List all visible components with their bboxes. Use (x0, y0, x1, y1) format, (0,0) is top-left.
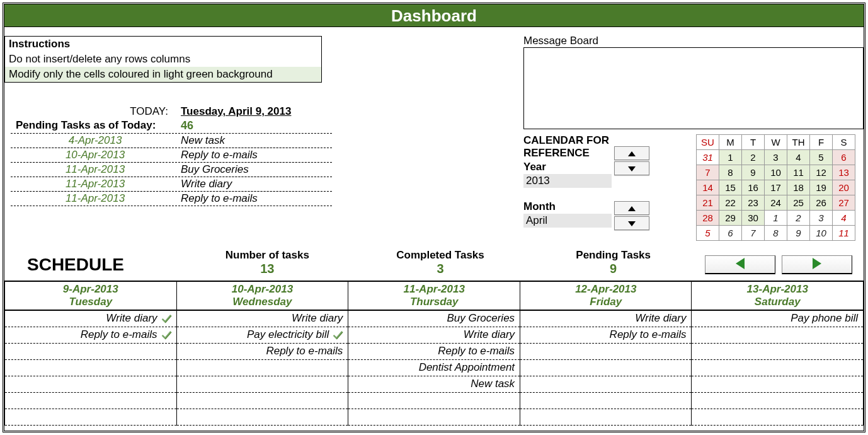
schedule-cell[interactable] (692, 359, 864, 376)
schedule-cell[interactable]: Reply to e-mails (348, 343, 520, 359)
month-value[interactable]: April (523, 214, 612, 228)
month-down-button[interactable] (614, 216, 649, 230)
schedule-cell[interactable]: New task (348, 376, 520, 392)
schedule-cell[interactable] (348, 409, 520, 425)
mini-cal-day[interactable]: 7 (742, 226, 765, 241)
mini-cal-day[interactable]: 25 (787, 195, 810, 211)
mini-cal-dow: W (765, 135, 787, 150)
mini-cal-day[interactable]: 30 (742, 211, 765, 226)
mini-cal-day[interactable]: 3 (810, 211, 833, 226)
schedule-cell[interactable] (5, 343, 177, 359)
schedule-cell[interactable]: Reply to e-mails (520, 327, 692, 343)
schedule-prev-button[interactable] (705, 255, 775, 274)
schedule-cell[interactable] (176, 392, 348, 409)
mini-cal-day[interactable]: 31 (697, 150, 719, 165)
mini-cal-day[interactable]: 13 (833, 165, 855, 180)
schedule-cell[interactable]: Write diary (348, 327, 520, 343)
schedule-cell[interactable] (520, 392, 692, 409)
mini-cal-day[interactable]: 10 (765, 165, 787, 180)
mini-cal-day[interactable]: 20 (833, 180, 855, 195)
mini-cal-day[interactable]: 29 (719, 211, 742, 226)
schedule-cell[interactable] (176, 359, 348, 376)
mini-cal-day[interactable]: 3 (765, 150, 787, 165)
mini-cal-day[interactable]: 11 (787, 165, 810, 180)
schedule-cell[interactable]: Dentist Appointment (348, 359, 520, 376)
mini-cal-day[interactable]: 9 (787, 226, 810, 241)
message-board-area[interactable] (523, 47, 864, 129)
mini-cal-day[interactable]: 4 (833, 211, 855, 226)
schedule-cell[interactable] (5, 392, 177, 409)
mini-cal-day[interactable]: 24 (765, 195, 787, 211)
mini-cal-day[interactable]: 16 (742, 180, 765, 195)
mini-cal-day[interactable]: 2 (787, 211, 810, 226)
mini-cal-day[interactable]: 11 (833, 226, 855, 241)
mini-cal-day[interactable]: 14 (697, 180, 719, 195)
chevron-up-icon (628, 148, 636, 159)
svg-marker-1 (628, 166, 636, 171)
mini-cal-day[interactable]: 10 (810, 226, 833, 241)
mini-cal-day[interactable]: 21 (697, 195, 719, 211)
schedule-cell[interactable] (520, 376, 692, 392)
schedule-cell[interactable]: Write diary (176, 310, 348, 327)
mini-cal-day[interactable]: 6 (719, 226, 742, 241)
mini-cal-day[interactable]: 8 (765, 226, 787, 241)
schedule-cell[interactable] (5, 376, 177, 392)
check-icon (161, 313, 173, 327)
message-board-label: Message Board (523, 35, 598, 47)
mini-cal-day[interactable]: 1 (765, 211, 787, 226)
schedule-cell[interactable] (692, 392, 864, 409)
pending-tasks-label: Pending Tasks (527, 249, 700, 262)
schedule-cell[interactable]: Pay electricity bill (176, 327, 348, 343)
schedule-cell[interactable]: Write diary (5, 310, 177, 327)
schedule-cell[interactable] (692, 343, 864, 359)
month-up-button[interactable] (614, 201, 649, 215)
mini-cal-day[interactable]: 15 (719, 180, 742, 195)
schedule-cell[interactable]: Buy Groceries (348, 310, 520, 327)
schedule-cell[interactable] (348, 392, 520, 409)
mini-cal-day[interactable]: 12 (810, 165, 833, 180)
pending-task-item: 4-Apr-2013New task (11, 133, 332, 148)
mini-cal-day[interactable]: 7 (697, 165, 719, 180)
schedule-cell[interactable] (5, 359, 177, 376)
svg-marker-3 (628, 221, 636, 226)
mini-cal-day[interactable]: 27 (833, 195, 855, 211)
mini-cal-day[interactable]: 2 (742, 150, 765, 165)
check-icon (161, 329, 173, 344)
mini-cal-day[interactable]: 5 (810, 150, 833, 165)
schedule-cell[interactable] (176, 376, 348, 392)
mini-cal-day[interactable]: 1 (719, 150, 742, 165)
mini-cal-day[interactable]: 22 (719, 195, 742, 211)
pending-task-date: 10-Apr-2013 (11, 148, 180, 162)
schedule-cell[interactable]: Reply to e-mails (176, 343, 348, 359)
instructions-line1: Do not insert/delete any rows columns (5, 52, 321, 67)
schedule-next-button[interactable] (782, 255, 852, 274)
mini-cal-day[interactable]: 8 (719, 165, 742, 180)
schedule-cell[interactable]: Write diary (520, 310, 692, 327)
mini-cal-day[interactable]: 17 (765, 180, 787, 195)
schedule-cell[interactable] (520, 409, 692, 425)
schedule-cell[interactable] (5, 409, 177, 425)
mini-cal-day[interactable]: 4 (787, 150, 810, 165)
mini-cal-day[interactable]: 9 (742, 165, 765, 180)
schedule-cell[interactable] (692, 409, 864, 425)
schedule-cell[interactable] (692, 376, 864, 392)
pending-task-item: 11-Apr-2013Write diary (11, 177, 332, 192)
mini-cal-day[interactable]: 5 (697, 226, 719, 241)
schedule-cell[interactable] (520, 343, 692, 359)
mini-cal-day[interactable]: 23 (742, 195, 765, 211)
mini-cal-day[interactable]: 19 (810, 180, 833, 195)
schedule-cell[interactable] (692, 327, 864, 343)
schedule-cell[interactable]: Pay phone bill (692, 310, 864, 327)
schedule-cell[interactable] (520, 359, 692, 376)
mini-cal-day[interactable]: 26 (810, 195, 833, 211)
year-down-button[interactable] (614, 161, 649, 175)
schedule-task-text: Pay phone bill (791, 312, 858, 324)
schedule-cell[interactable] (176, 409, 348, 425)
year-value[interactable]: 2013 (523, 174, 612, 188)
mini-cal-day[interactable]: 18 (787, 180, 810, 195)
schedule-cell[interactable]: Reply to e-mails (5, 327, 177, 343)
mini-cal-day[interactable]: 28 (697, 211, 719, 226)
mini-cal-day[interactable]: 6 (833, 150, 855, 165)
schedule-day-header: 13-Apr-2013Saturday (692, 282, 864, 310)
year-up-button[interactable] (614, 146, 649, 160)
